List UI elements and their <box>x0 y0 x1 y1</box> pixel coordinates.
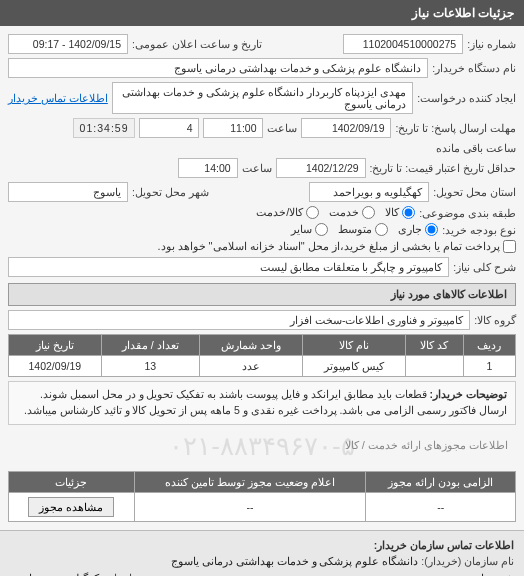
city-label: شهر محل تحویل: <box>132 186 209 198</box>
cell-date: 1402/09/19 <box>9 356 102 377</box>
page-title: جزئیات اطلاعات نیاز <box>412 6 514 20</box>
category-goods-radio[interactable]: کالا <box>385 206 415 219</box>
request-no-field: 1102004510000275 <box>343 34 463 54</box>
col-qty: تعداد / مقدار <box>101 335 200 356</box>
col-date: تاریخ نیاز <box>9 335 102 356</box>
validity-date-field: 1402/12/29 <box>276 158 366 178</box>
cell-qty: 13 <box>101 356 200 377</box>
deadline-time-field: 11:00 <box>203 118 263 138</box>
requester-field: مهدی ایزدپناه کاربردار دانشگاه علوم پزشک… <box>112 82 413 114</box>
category-mix-radio[interactable]: کالا/خدمت <box>256 206 319 219</box>
requester-label: ایجاد کننده درخواست: <box>417 92 516 104</box>
footer-city-value: یاسوج <box>459 570 487 576</box>
org-section-title: اطلاعات تماس سازمان خریدار: <box>374 539 514 551</box>
validity-label: حداقل تاریخ اعتبار قیمت: تا تاریخ: <box>370 162 516 174</box>
type-radio-group: جاری متوسط سایر <box>291 223 438 236</box>
cell-status: -- <box>134 492 366 521</box>
watermark-phone: ۰۲۱-۸۸۳۴۹۶۷۰-۵ <box>169 430 354 461</box>
deadline-time-label: ساعت <box>267 122 297 134</box>
city-field: یاسوج <box>8 182 128 202</box>
category-radio-group: کالا خدمت کالا/خدمت <box>256 206 415 219</box>
cell-mandatory: -- <box>366 492 516 521</box>
permit-section: اطلاعات مجوزهای ارائه خدمت / کالا ۰۲۱-۸۸… <box>8 425 516 467</box>
validity-time-field: 14:00 <box>178 158 238 178</box>
main-content: شماره نیاز: 1102004510000275 تاریخ و ساع… <box>0 26 524 530</box>
col-code: کد کالا <box>406 335 464 356</box>
group-label: گروه کالا: <box>474 314 516 326</box>
page-header: جزئیات اطلاعات نیاز <box>0 0 524 26</box>
goods-table: ردیف کد کالا نام کالا واحد شمارش تعداد /… <box>8 334 516 377</box>
deadline-label: مهلت ارسال پاسخ: تا تاریخ: <box>395 122 516 134</box>
org-footer: اطلاعات تماس سازمان خریدار: نام سازمان (… <box>0 530 524 577</box>
col-status: اعلام وضعیت مجوز توسط تامین کننده <box>134 471 366 492</box>
permit-table: الزامی بودن ارائه مجوز اعلام وضعیت مجوز … <box>8 471 516 522</box>
countdown-timer: 01:34:59 <box>73 118 136 138</box>
subject-field: کامپیوتر و چاپگر با متعلقات مطابق لیست <box>8 257 449 277</box>
buyer-label: نام دستگاه خریدار: <box>432 62 516 74</box>
col-mandatory: الزامی بودن ارائه مجوز <box>366 471 516 492</box>
group-field: کامپیوتر و فناوری اطلاعات-سخت افزار <box>8 310 470 330</box>
cell-name: کیس کامپیوتر <box>303 356 406 377</box>
cell-row: 1 <box>463 356 515 377</box>
type-capital-radio[interactable]: متوسط <box>338 223 388 236</box>
contact-link[interactable]: اطلاعات تماس خریدار <box>8 92 108 104</box>
request-no-label: شماره نیاز: <box>467 38 516 50</box>
cell-unit: عدد <box>200 356 303 377</box>
col-row: ردیف <box>463 335 515 356</box>
goods-section-title: اطلاعات کالاهای مورد نیاز <box>8 283 516 306</box>
col-unit: واحد شمارش <box>200 335 303 356</box>
category-service-radio[interactable]: خدمت <box>329 206 375 219</box>
buyer-note-box: توضیحات خریدار: قطعات باید مطابق ایرانکد… <box>8 381 516 425</box>
footer-city-label: شهر: <box>491 570 514 576</box>
announce-label: تاریخ و ساعت اعلان عمومی: <box>132 38 262 50</box>
deadline-date-field: 1402/09/19 <box>301 118 391 138</box>
table-row: 1 کیس کامپیوتر عدد 13 1402/09/19 <box>9 356 516 377</box>
subject-label: شرح کلی نیاز: <box>453 261 516 273</box>
table-row: -- -- مشاهده مجوز <box>9 492 516 521</box>
cell-code <box>406 356 464 377</box>
type-label: نوع بودجه خرید: <box>442 224 516 236</box>
province-label: استان محل تحویل: <box>433 186 516 198</box>
footer-province-value: کهگیلویه و بویراحمد <box>10 570 99 576</box>
col-name: نام کالا <box>303 335 406 356</box>
org-label: نام سازمان (خریدار): <box>421 555 514 567</box>
footer-province-label: استان: <box>103 570 132 576</box>
validity-time-label: ساعت <box>242 162 272 174</box>
announce-field: 1402/09/15 - 09:17 <box>8 34 128 54</box>
buyer-note-label: توضیحات خریدار: <box>430 388 507 400</box>
org-value: دانشگاه علوم پزشکی و خدمات بهداشتی درمان… <box>171 555 418 567</box>
type-current-radio[interactable]: جاری <box>398 223 438 236</box>
col-view: جزئیات <box>9 471 135 492</box>
remaining-suffix: ساعت باقی مانده <box>436 142 516 154</box>
payment-note-checkbox[interactable]: پرداخت تمام یا بخشی از مبلغ خرید،از محل … <box>157 240 516 253</box>
type-other-radio[interactable]: سایر <box>291 223 328 236</box>
category-label: طبقه بندی موضوعی: <box>419 207 516 219</box>
view-permit-button[interactable]: مشاهده مجوز <box>28 497 114 517</box>
buyer-field: دانشگاه علوم پزشکی و خدمات بهداشتی درمان… <box>8 58 428 78</box>
remaining-days-field: 4 <box>139 118 199 138</box>
province-field: کهگیلویه و بویراحمد <box>309 182 429 202</box>
permit-section-title: اطلاعات مجوزهای ارائه خدمت / کالا <box>345 439 508 451</box>
